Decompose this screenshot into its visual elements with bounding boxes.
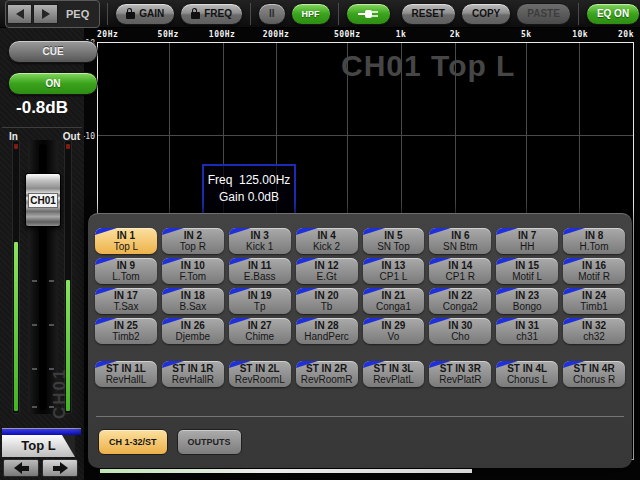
- channel-button[interactable]: IN 23Bongo: [496, 288, 558, 314]
- channel-button[interactable]: IN 8H.Tom: [563, 228, 625, 254]
- channel-button[interactable]: IN 18B.Sax: [162, 288, 224, 314]
- channel-button[interactable]: ST IN 2RRevRoomR: [296, 361, 358, 387]
- channel-label: Motif L: [496, 271, 558, 282]
- channel-button[interactable]: IN 17T.Sax: [95, 288, 157, 314]
- channel-button[interactable]: IN 19Tp: [229, 288, 291, 314]
- channel-label: SN Top: [363, 241, 425, 252]
- channel-button[interactable]: IN 13CP1 L: [363, 258, 425, 284]
- next-band-button[interactable]: [33, 4, 58, 24]
- copy-button[interactable]: COPY: [461, 3, 511, 25]
- top-toolbar: PEQ GAIN FREQ II HPF RESET: [0, 0, 640, 28]
- channel-button[interactable]: ST IN 2LRevRoomL: [229, 361, 291, 387]
- channel-id: IN 6: [429, 230, 491, 241]
- channel-button[interactable]: ST IN 4LChorus L: [496, 361, 558, 387]
- channel-button[interactable]: IN 5SN Top: [363, 228, 425, 254]
- channel-button[interactable]: ST IN 1LRevHallL: [95, 361, 157, 387]
- channel-label: RevRoomL: [229, 374, 291, 385]
- channel-id: IN 4: [296, 230, 358, 241]
- button-label: EQ ON: [597, 8, 629, 19]
- eq-type-button[interactable]: [346, 3, 391, 25]
- band-pair-button[interactable]: II: [258, 3, 286, 25]
- fader-handle[interactable]: CH01: [25, 173, 61, 227]
- channel-button[interactable]: IN 16Motif R: [563, 258, 625, 284]
- channel-on-button[interactable]: ON: [8, 72, 98, 95]
- channel-id: IN 19: [229, 290, 291, 301]
- channel-button[interactable]: IN 28HandPerc: [296, 318, 358, 344]
- paste-button[interactable]: PASTE: [516, 3, 571, 25]
- channel-button[interactable]: IN 9L.Tom: [95, 258, 157, 284]
- channel-id: IN 11: [229, 260, 291, 271]
- channel-button[interactable]: IN 10F.Tom: [162, 258, 224, 284]
- channel-button[interactable]: IN 11E.Bass: [229, 258, 291, 284]
- channel-id: IN 27: [229, 320, 291, 331]
- channel-button[interactable]: IN 30Cho: [429, 318, 491, 344]
- button-label: HPF: [302, 9, 320, 19]
- channel-button[interactable]: IN 3Kick 1: [229, 228, 291, 254]
- channel-label: Top R: [162, 241, 224, 252]
- channel-name-tag[interactable]: Top L: [2, 435, 75, 457]
- channel-id: IN 31: [496, 320, 558, 331]
- channel-button[interactable]: IN 22Conga2: [429, 288, 491, 314]
- prev-band-button[interactable]: [7, 4, 32, 24]
- channel-label: Conga1: [363, 301, 425, 312]
- channel-strip: CUE ON -0.8dB In Out CH01 CH01 Top L: [0, 28, 84, 480]
- channel-id: IN 18: [162, 290, 224, 301]
- channel-button[interactable]: ST IN 4RChorus R: [563, 361, 625, 387]
- channel-button[interactable]: IN 32ch32: [563, 318, 625, 344]
- channel-button[interactable]: IN 4Kick 2: [296, 228, 358, 254]
- channel-button[interactable]: IN 31ch31: [496, 318, 558, 344]
- channel-button[interactable]: IN 29Vo: [363, 318, 425, 344]
- channel-button[interactable]: ST IN 3LRevPlatL: [363, 361, 425, 387]
- channel-label: HH: [496, 241, 558, 252]
- channel-button[interactable]: IN 20Tb: [296, 288, 358, 314]
- channel-button[interactable]: IN 25Timb2: [95, 318, 157, 344]
- channel-button[interactable]: IN 15Motif L: [496, 258, 558, 284]
- tab-outputs[interactable]: OUTPUTS: [177, 429, 242, 455]
- channel-button[interactable]: IN 2Top R: [162, 228, 224, 254]
- channel-id-watermark: CH01: [50, 346, 72, 440]
- channel-label: SN Btm: [429, 241, 491, 252]
- channel-label: RevPlatL: [363, 374, 425, 385]
- notch-icon: [62, 435, 75, 457]
- channel-id: IN 3: [229, 230, 291, 241]
- channel-button[interactable]: IN 21Conga1: [363, 288, 425, 314]
- button-label: COPY: [472, 8, 500, 19]
- tab-ch-1-32-st[interactable]: CH 1-32/ST: [98, 429, 168, 455]
- channel-button[interactable]: IN 24Timb1: [563, 288, 625, 314]
- channel-id: ST IN 3L: [363, 363, 425, 374]
- gain-lock-button[interactable]: GAIN: [115, 3, 175, 25]
- eq-on-button[interactable]: EQ ON: [586, 3, 640, 25]
- next-channel-button[interactable]: [42, 459, 78, 477]
- channel-id: IN 9: [95, 260, 157, 271]
- channel-id: IN 21: [363, 290, 425, 301]
- channel-label: RevPlatR: [429, 374, 491, 385]
- prev-channel-button[interactable]: [3, 459, 39, 477]
- cue-button[interactable]: CUE: [8, 40, 98, 63]
- channel-id: IN 13: [363, 260, 425, 271]
- channel-label: Timb2: [95, 331, 157, 342]
- fader-scale-tick: [32, 280, 37, 282]
- channel-button[interactable]: ST IN 3RRevPlatR: [429, 361, 491, 387]
- channel-id: IN 12: [296, 260, 358, 271]
- channel-button[interactable]: IN 26Djembe: [162, 318, 224, 344]
- button-label: ON: [46, 78, 61, 89]
- reset-button[interactable]: RESET: [401, 3, 456, 25]
- channel-label: L.Tom: [95, 271, 157, 282]
- button-label: II: [269, 8, 275, 19]
- channel-button[interactable]: IN 1Top L: [95, 228, 157, 254]
- channel-id: IN 7: [496, 230, 558, 241]
- channel-label: Djembe: [162, 331, 224, 342]
- channel-button[interactable]: IN 6SN Btm: [429, 228, 491, 254]
- channel-id: IN 5: [363, 230, 425, 241]
- channel-grid: IN 1Top LIN 2Top RIN 3Kick 1IN 4Kick 2IN…: [95, 228, 625, 387]
- channel-button[interactable]: IN 12E.Gt: [296, 258, 358, 284]
- divider: [578, 3, 579, 25]
- channel-button[interactable]: IN 14CP1 R: [429, 258, 491, 284]
- hpf-button[interactable]: HPF: [291, 3, 331, 25]
- channel-button[interactable]: ST IN 1RRevHallR: [162, 361, 224, 387]
- freq-lock-button[interactable]: FREQ: [180, 3, 243, 25]
- channel-label: Conga2: [429, 301, 491, 312]
- channel-button[interactable]: IN 7HH: [496, 228, 558, 254]
- channel-button[interactable]: IN 27Chime: [229, 318, 291, 344]
- channel-id: IN 14: [429, 260, 491, 271]
